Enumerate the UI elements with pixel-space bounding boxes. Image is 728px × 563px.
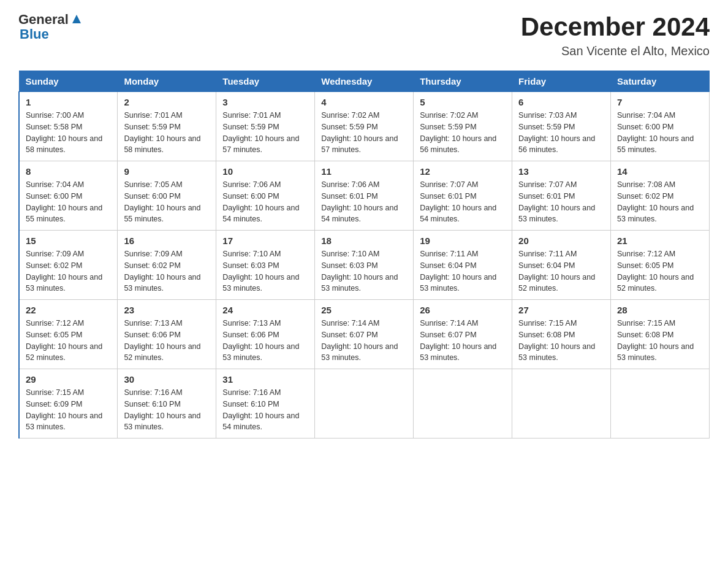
day-info: Sunrise: 7:04 AMSunset: 6:00 PMDaylight:… <box>617 111 694 154</box>
calendar-cell: 2 Sunrise: 7:01 AMSunset: 5:59 PMDayligh… <box>118 92 216 161</box>
week-row-4: 22 Sunrise: 7:12 AMSunset: 6:05 PMDaylig… <box>19 300 710 369</box>
day-info: Sunrise: 7:02 AMSunset: 5:59 PMDaylight:… <box>321 111 398 154</box>
week-row-2: 8 Sunrise: 7:04 AMSunset: 6:00 PMDayligh… <box>19 161 710 231</box>
day-info: Sunrise: 7:11 AMSunset: 6:04 PMDaylight:… <box>518 250 595 293</box>
week-row-1: 1 Sunrise: 7:00 AMSunset: 5:58 PMDayligh… <box>19 92 710 161</box>
day-number: 2 <box>124 97 210 107</box>
calendar-cell: 23 Sunrise: 7:13 AMSunset: 6:06 PMDaylig… <box>118 300 216 369</box>
day-info: Sunrise: 7:12 AMSunset: 6:05 PMDaylight:… <box>26 319 102 362</box>
calendar-cell: 5 Sunrise: 7:02 AMSunset: 5:59 PMDayligh… <box>414 92 512 161</box>
day-number: 25 <box>321 305 407 315</box>
day-info: Sunrise: 7:07 AMSunset: 6:01 PMDaylight:… <box>518 180 595 223</box>
calendar-cell: 22 Sunrise: 7:12 AMSunset: 6:05 PMDaylig… <box>19 300 118 369</box>
calendar-header: SundayMondayTuesdayWednesdayThursdayFrid… <box>19 71 710 92</box>
calendar-cell: 9 Sunrise: 7:05 AMSunset: 6:00 PMDayligh… <box>118 161 216 231</box>
logo-text-general: General <box>18 12 69 27</box>
calendar-cell: 4 Sunrise: 7:02 AMSunset: 5:59 PMDayligh… <box>315 92 414 161</box>
day-number: 8 <box>26 166 111 177</box>
header-wednesday: Wednesday <box>315 71 414 92</box>
day-info: Sunrise: 7:09 AMSunset: 6:02 PMDaylight:… <box>26 250 102 293</box>
day-info: Sunrise: 7:10 AMSunset: 6:03 PMDaylight:… <box>321 250 398 293</box>
calendar-cell: 27 Sunrise: 7:15 AMSunset: 6:08 PMDaylig… <box>512 300 611 369</box>
calendar-cell: 30 Sunrise: 7:16 AMSunset: 6:10 PMDaylig… <box>118 369 216 439</box>
calendar-cell: 12 Sunrise: 7:07 AMSunset: 6:01 PMDaylig… <box>414 161 512 231</box>
day-info: Sunrise: 7:01 AMSunset: 5:59 PMDaylight:… <box>222 111 299 154</box>
day-info: Sunrise: 7:16 AMSunset: 6:10 PMDaylight:… <box>124 388 200 431</box>
header-friday: Friday <box>512 71 611 92</box>
day-info: Sunrise: 7:05 AMSunset: 6:00 PMDaylight:… <box>124 180 200 223</box>
calendar-cell: 7 Sunrise: 7:04 AMSunset: 6:00 PMDayligh… <box>611 92 710 161</box>
calendar-cell: 21 Sunrise: 7:12 AMSunset: 6:05 PMDaylig… <box>611 231 710 300</box>
day-number: 10 <box>222 166 308 177</box>
calendar-cell: 10 Sunrise: 7:06 AMSunset: 6:00 PMDaylig… <box>216 161 315 231</box>
day-number: 26 <box>420 305 506 315</box>
day-number: 13 <box>518 166 604 177</box>
calendar-cell: 13 Sunrise: 7:07 AMSunset: 6:01 PMDaylig… <box>512 161 611 231</box>
day-info: Sunrise: 7:04 AMSunset: 6:00 PMDaylight:… <box>26 180 102 223</box>
day-number: 31 <box>222 374 308 385</box>
day-info: Sunrise: 7:09 AMSunset: 6:02 PMDaylight:… <box>124 250 200 293</box>
day-info: Sunrise: 7:12 AMSunset: 6:05 PMDaylight:… <box>617 250 694 293</box>
header-monday: Monday <box>118 71 216 92</box>
calendar-cell: 14 Sunrise: 7:08 AMSunset: 6:02 PMDaylig… <box>611 161 710 231</box>
calendar-cell: 8 Sunrise: 7:04 AMSunset: 6:00 PMDayligh… <box>19 161 118 231</box>
day-number: 3 <box>222 97 308 107</box>
day-info: Sunrise: 7:02 AMSunset: 5:59 PMDaylight:… <box>420 111 496 154</box>
calendar-cell: 15 Sunrise: 7:09 AMSunset: 6:02 PMDaylig… <box>19 231 118 300</box>
calendar-title: December 2024 <box>521 12 710 42</box>
calendar-cell: 1 Sunrise: 7:00 AMSunset: 5:58 PMDayligh… <box>19 92 118 161</box>
header-thursday: Thursday <box>414 71 512 92</box>
day-number: 22 <box>26 305 111 315</box>
calendar-cell <box>315 369 414 439</box>
day-number: 18 <box>321 236 407 246</box>
calendar-cell: 18 Sunrise: 7:10 AMSunset: 6:03 PMDaylig… <box>315 231 414 300</box>
calendar-cell: 31 Sunrise: 7:16 AMSunset: 6:10 PMDaylig… <box>216 369 315 439</box>
title-section: December 2024 San Vicente el Alto, Mexic… <box>521 12 710 58</box>
day-info: Sunrise: 7:06 AMSunset: 6:00 PMDaylight:… <box>222 180 299 223</box>
calendar-cell: 24 Sunrise: 7:13 AMSunset: 6:06 PMDaylig… <box>216 300 315 369</box>
day-info: Sunrise: 7:15 AMSunset: 6:08 PMDaylight:… <box>518 319 595 362</box>
day-info: Sunrise: 7:10 AMSunset: 6:03 PMDaylight:… <box>222 250 299 293</box>
calendar-cell: 20 Sunrise: 7:11 AMSunset: 6:04 PMDaylig… <box>512 231 611 300</box>
day-number: 16 <box>124 236 210 246</box>
day-number: 23 <box>124 305 210 315</box>
calendar-cell <box>414 369 512 439</box>
day-number: 11 <box>321 166 407 177</box>
day-number: 29 <box>26 374 111 385</box>
day-number: 12 <box>420 166 506 177</box>
header-saturday: Saturday <box>611 71 710 92</box>
day-number: 20 <box>518 236 604 246</box>
header-sunday: Sunday <box>19 71 118 92</box>
calendar-cell: 28 Sunrise: 7:15 AMSunset: 6:08 PMDaylig… <box>611 300 710 369</box>
day-info: Sunrise: 7:14 AMSunset: 6:07 PMDaylight:… <box>420 319 496 362</box>
day-info: Sunrise: 7:01 AMSunset: 5:59 PMDaylight:… <box>124 111 200 154</box>
day-info: Sunrise: 7:07 AMSunset: 6:01 PMDaylight:… <box>420 180 496 223</box>
calendar-cell <box>611 369 710 439</box>
day-number: 6 <box>518 97 604 107</box>
header-row: SundayMondayTuesdayWednesdayThursdayFrid… <box>19 71 710 92</box>
calendar-cell: 11 Sunrise: 7:06 AMSunset: 6:01 PMDaylig… <box>315 161 414 231</box>
logo-text-blue: Blue <box>20 27 83 42</box>
day-info: Sunrise: 7:03 AMSunset: 5:59 PMDaylight:… <box>518 111 595 154</box>
day-info: Sunrise: 7:11 AMSunset: 6:04 PMDaylight:… <box>420 250 496 293</box>
day-info: Sunrise: 7:14 AMSunset: 6:07 PMDaylight:… <box>321 319 398 362</box>
day-info: Sunrise: 7:08 AMSunset: 6:02 PMDaylight:… <box>617 180 694 223</box>
day-info: Sunrise: 7:15 AMSunset: 6:08 PMDaylight:… <box>617 319 694 362</box>
logo-triangle-icon <box>70 12 83 26</box>
day-number: 17 <box>222 236 308 246</box>
day-number: 15 <box>26 236 111 246</box>
day-number: 14 <box>617 166 703 177</box>
day-number: 24 <box>222 305 308 315</box>
svg-marker-0 <box>72 15 81 23</box>
day-number: 21 <box>617 236 703 246</box>
day-number: 19 <box>420 236 506 246</box>
day-info: Sunrise: 7:15 AMSunset: 6:09 PMDaylight:… <box>26 388 102 431</box>
calendar-cell: 16 Sunrise: 7:09 AMSunset: 6:02 PMDaylig… <box>118 231 216 300</box>
calendar-cell: 19 Sunrise: 7:11 AMSunset: 6:04 PMDaylig… <box>414 231 512 300</box>
day-number: 1 <box>26 97 111 107</box>
day-number: 5 <box>420 97 506 107</box>
calendar-cell: 3 Sunrise: 7:01 AMSunset: 5:59 PMDayligh… <box>216 92 315 161</box>
week-row-3: 15 Sunrise: 7:09 AMSunset: 6:02 PMDaylig… <box>19 231 710 300</box>
calendar-cell: 25 Sunrise: 7:14 AMSunset: 6:07 PMDaylig… <box>315 300 414 369</box>
day-info: Sunrise: 7:06 AMSunset: 6:01 PMDaylight:… <box>321 180 398 223</box>
